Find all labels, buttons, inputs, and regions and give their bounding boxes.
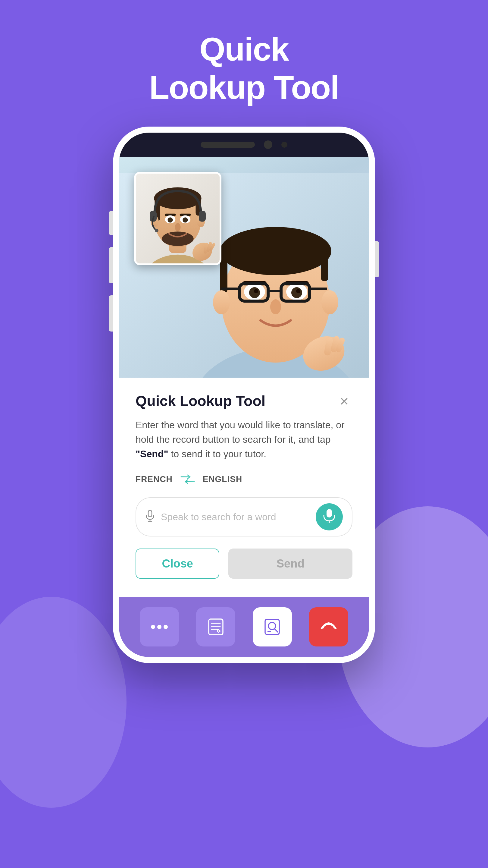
- language-to-label[interactable]: ENGLISH: [203, 474, 242, 484]
- svg-point-40: [183, 217, 188, 222]
- front-camera: [264, 141, 272, 149]
- svg-point-39: [167, 217, 173, 222]
- svg-rect-54: [327, 509, 332, 518]
- close-icon: ×: [340, 394, 349, 409]
- action-buttons-row: Close Send: [135, 549, 352, 579]
- voice-search-row: Speak to search for a word: [135, 497, 352, 536]
- svg-point-20: [270, 299, 281, 314]
- nav-more-button[interactable]: [140, 607, 179, 647]
- language-selector-row: FRENCH ENG: [135, 473, 352, 485]
- nav-end-call-button[interactable]: [309, 607, 348, 647]
- phone-notch: [119, 133, 369, 157]
- silent-button: [109, 211, 113, 235]
- panel-header: Quick Lookup Tool ×: [135, 393, 352, 409]
- svg-point-58: [157, 625, 161, 629]
- microphone-small-icon: [145, 510, 155, 524]
- page-title: Quick Lookup Tool: [0, 30, 488, 106]
- lookup-icon: [264, 618, 281, 636]
- pip-person: [136, 174, 220, 264]
- svg-point-4: [220, 227, 331, 275]
- power-button: [375, 241, 379, 277]
- svg-rect-65: [265, 619, 279, 634]
- svg-point-14: [296, 289, 300, 293]
- bottom-nav-bar: [119, 597, 369, 657]
- svg-rect-45: [199, 211, 206, 221]
- svg-point-22: [321, 290, 338, 314]
- panel-close-button[interactable]: ×: [336, 393, 352, 409]
- nav-lookup-button[interactable]: [253, 607, 292, 647]
- mic-white-icon: [323, 508, 336, 523]
- svg-point-59: [164, 625, 168, 629]
- language-swap-button[interactable]: [180, 473, 195, 485]
- phone-mockup: Quick Lookup Tool × Enter the word that …: [113, 127, 375, 663]
- pip-video-feed: [134, 172, 221, 265]
- phone-screen: Quick Lookup Tool × Enter the word that …: [119, 133, 369, 657]
- language-from-label[interactable]: FRENCH: [135, 474, 173, 484]
- quick-lookup-panel: Quick Lookup Tool × Enter the word that …: [119, 378, 369, 597]
- swap-icon: [180, 474, 195, 485]
- pip-person-illustration: [136, 172, 220, 265]
- svg-point-41: [175, 223, 181, 231]
- svg-point-34: [162, 231, 193, 246]
- record-button[interactable]: [316, 503, 343, 530]
- nav-notes-button[interactable]: [196, 607, 235, 647]
- panel-description: Enter the word that you would like to tr…: [135, 418, 352, 461]
- bg-decoration-left: [0, 597, 127, 808]
- more-dots-icon: [150, 624, 168, 629]
- phone-shell: Quick Lookup Tool × Enter the word that …: [113, 127, 375, 663]
- close-lookup-button[interactable]: Close: [135, 549, 219, 579]
- svg-rect-51: [148, 510, 152, 517]
- panel-title: Quick Lookup Tool: [135, 393, 265, 409]
- svg-rect-60: [209, 619, 223, 635]
- record-mic-icon: [323, 508, 336, 526]
- svg-point-57: [151, 625, 155, 629]
- mic-outline-icon: [145, 510, 155, 522]
- svg-point-46: [155, 229, 158, 233]
- front-sensor: [281, 142, 287, 148]
- svg-rect-64: [217, 629, 218, 632]
- video-call-area: [119, 157, 369, 378]
- send-button[interactable]: Send: [228, 549, 352, 579]
- volume-up-button: [109, 247, 113, 283]
- svg-point-21: [213, 290, 230, 314]
- svg-point-11: [249, 287, 260, 298]
- search-placeholder-text[interactable]: Speak to search for a word: [161, 512, 310, 523]
- volume-down-button: [109, 296, 113, 332]
- end-call-icon: [319, 621, 338, 633]
- speaker-grille: [201, 142, 255, 148]
- svg-rect-6: [321, 251, 328, 281]
- notes-icon: [207, 618, 224, 636]
- svg-line-67: [275, 629, 278, 632]
- svg-point-13: [254, 289, 258, 293]
- svg-point-12: [291, 287, 302, 298]
